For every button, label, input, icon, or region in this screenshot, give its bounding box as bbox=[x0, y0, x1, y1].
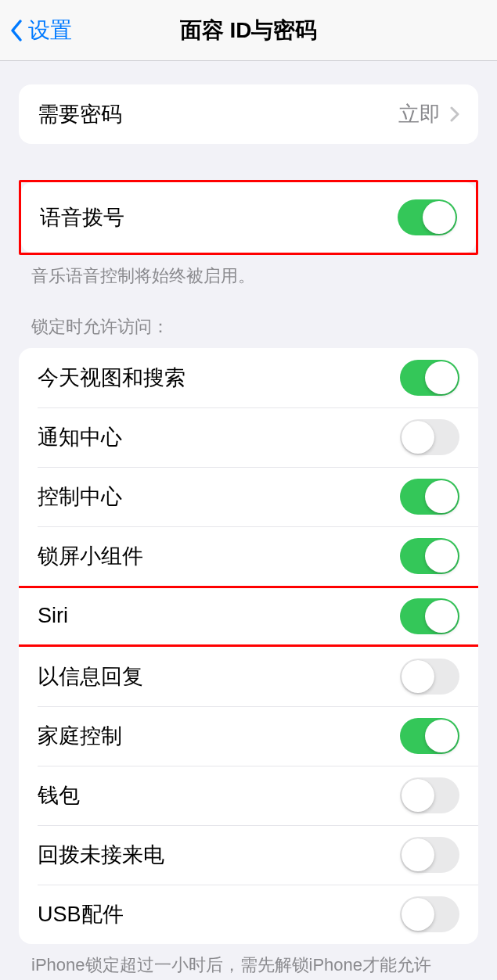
locked-access-label: USB配件 bbox=[38, 900, 124, 928]
locked-access-row: 锁屏小组件 bbox=[19, 526, 478, 586]
locked-access-row: 控制中心 bbox=[19, 467, 478, 526]
locked-access-toggle[interactable] bbox=[400, 598, 459, 634]
locked-access-toggle[interactable] bbox=[400, 360, 459, 396]
locked-access-header: 锁定时允许访问： bbox=[0, 289, 497, 348]
navigation-bar: 设置 面容 ID与密码 bbox=[0, 0, 497, 61]
locked-access-toggle[interactable] bbox=[400, 479, 459, 515]
locked-access-toggle[interactable] bbox=[400, 718, 459, 754]
locked-access-label: 锁屏小组件 bbox=[38, 542, 143, 570]
locked-access-row: 回拨未接来电 bbox=[19, 825, 478, 885]
page-title: 面容 ID与密码 bbox=[9, 16, 488, 45]
locked-access-label: 钱包 bbox=[38, 781, 80, 809]
locked-access-label: Siri bbox=[38, 604, 68, 628]
voice-dial-toggle[interactable] bbox=[398, 199, 457, 235]
require-passcode-value: 立即 bbox=[398, 100, 441, 128]
locked-access-row: 家庭控制 bbox=[19, 706, 478, 766]
siri-highlight: Siri bbox=[19, 586, 478, 647]
passcode-required-group: 需要密码 立即 bbox=[19, 84, 478, 144]
locked-access-row: 通知中心 bbox=[19, 407, 478, 467]
locked-access-label: 以信息回复 bbox=[38, 662, 143, 691]
locked-access-toggle[interactable] bbox=[400, 419, 459, 455]
locked-access-toggle[interactable] bbox=[400, 538, 459, 574]
content-area: 需要密码 立即 语音拨号 音乐语音控制将始终被启用。 锁定时允许访问： 今天视图… bbox=[0, 61, 497, 980]
locked-access-toggle[interactable] bbox=[400, 896, 459, 932]
voice-dial-row: 语音拨号 bbox=[21, 182, 476, 253]
locked-access-toggle[interactable] bbox=[400, 659, 459, 695]
require-passcode-row[interactable]: 需要密码 立即 bbox=[19, 84, 478, 144]
locked-access-toggle[interactable] bbox=[400, 777, 459, 813]
locked-access-row: 今天视图和搜索 bbox=[19, 348, 478, 407]
locked-access-label: 通知中心 bbox=[38, 423, 122, 451]
locked-access-row: 钱包 bbox=[19, 766, 478, 825]
require-passcode-value-area: 立即 bbox=[398, 100, 459, 128]
locked-access-row: USB配件 bbox=[19, 885, 478, 944]
locked-access-footer: iPhone锁定超过一小时后，需先解锁iPhone才能允许USB配件连接。 bbox=[0, 944, 497, 980]
locked-access-label: 控制中心 bbox=[38, 483, 122, 511]
locked-access-label: 回拨未接来电 bbox=[38, 841, 164, 869]
locked-access-label: 今天视图和搜索 bbox=[38, 364, 185, 392]
voice-dial-label: 语音拨号 bbox=[40, 203, 124, 232]
chevron-right-icon bbox=[450, 106, 459, 122]
locked-access-toggle[interactable] bbox=[400, 837, 459, 873]
require-passcode-label: 需要密码 bbox=[38, 100, 122, 128]
voice-dial-highlight: 语音拨号 bbox=[19, 180, 478, 255]
back-label: 设置 bbox=[28, 16, 72, 45]
locked-access-row: 以信息回复 bbox=[19, 647, 478, 706]
locked-access-row: Siri bbox=[19, 588, 478, 644]
back-button[interactable]: 设置 bbox=[9, 16, 72, 45]
locked-access-group: 今天视图和搜索通知中心控制中心锁屏小组件Siri以信息回复家庭控制钱包回拨未接来… bbox=[19, 348, 478, 944]
voice-dial-footer: 音乐语音控制将始终被启用。 bbox=[0, 255, 497, 289]
locked-access-label: 家庭控制 bbox=[38, 722, 122, 750]
chevron-left-icon bbox=[9, 19, 23, 42]
